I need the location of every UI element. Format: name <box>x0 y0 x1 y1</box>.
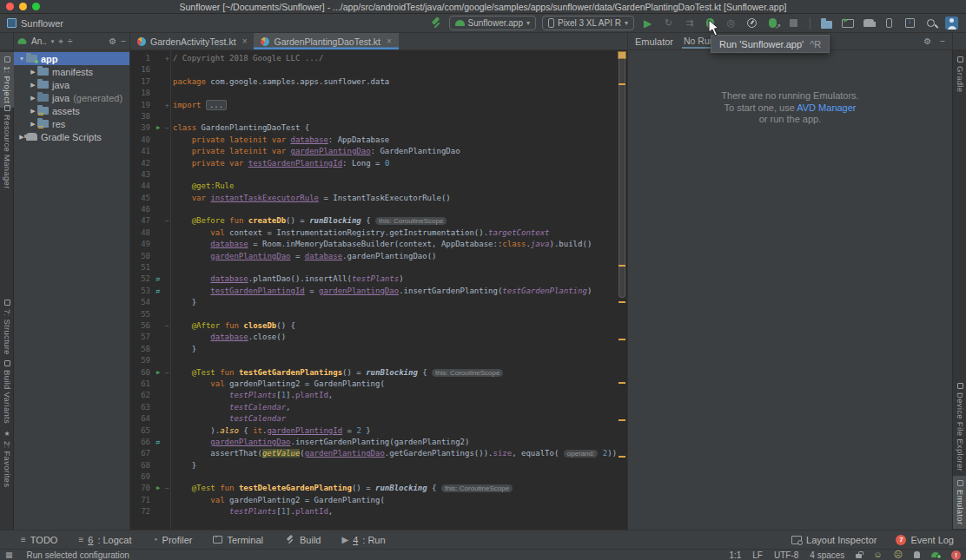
gear-icon[interactable]: ⚙ <box>923 36 931 46</box>
code-line[interactable]: 50 gardenPlantingDao = database.gardenPl… <box>130 251 627 262</box>
line-number[interactable]: 69 <box>130 471 153 483</box>
code-line[interactable]: 45 var instantTaskExecutorRule = Instant… <box>130 193 627 204</box>
code-line[interactable]: 60▶− @Test fun testGetGardenPlantings() … <box>130 367 627 379</box>
editor-tab[interactable]: GardenPlantingDaoTest.kt× <box>254 33 398 49</box>
disclosure-arrow-icon[interactable]: ▶ <box>29 82 37 89</box>
build-hammer-button[interactable] <box>428 16 443 30</box>
code-line[interactable]: 56− @After fun closeDb() { <box>130 320 627 332</box>
code-line[interactable]: 59 <box>130 355 627 366</box>
profile-button[interactable] <box>744 16 759 30</box>
code-line[interactable]: 47− @Before fun createDb() = runBlocking… <box>130 215 627 227</box>
code-line[interactable]: 64 testCalendar <box>130 413 627 425</box>
line-number[interactable]: 38 <box>130 111 153 122</box>
code-line[interactable]: 19+import ... <box>130 100 627 111</box>
line-number[interactable]: 52 <box>130 273 153 285</box>
line-number[interactable]: 39 <box>130 122 153 134</box>
attach-debugger-button[interactable] <box>765 16 780 30</box>
error-notification-icon[interactable] <box>951 550 961 560</box>
suspend-call-gutter-icon[interactable]: ⇄ <box>153 273 163 285</box>
line-number[interactable]: 65 <box>130 425 153 437</box>
stripe-button-1-project[interactable]: 1: Project <box>0 52 14 108</box>
encoding-indicator[interactable]: UTF-8 <box>774 550 798 560</box>
code-line[interactable]: 1+/ Copyright 2018 Google LLC .../ <box>130 53 627 64</box>
tree-item-assets[interactable]: ▶assets <box>14 104 129 117</box>
line-number[interactable]: 59 <box>130 355 153 366</box>
code-line[interactable]: 43 <box>130 169 627 181</box>
line-number[interactable]: 56 <box>130 320 153 332</box>
disclosure-arrow-icon[interactable]: ▶ <box>29 95 37 102</box>
avd-manager-link[interactable]: AVD Manager <box>797 102 856 113</box>
code-line[interactable]: 62 testPlants[1].plantId, <box>130 390 627 401</box>
line-number[interactable]: 58 <box>130 344 153 355</box>
code-line[interactable]: 39▶−class GardenPlantingDaoTest { <box>130 122 627 134</box>
project-view-selector[interactable]: An.. <box>31 36 47 46</box>
code-line[interactable]: 18 <box>130 88 627 99</box>
stripe-button-gradle[interactable]: Gradle <box>953 52 966 96</box>
apply-changes-button[interactable]: ↻ <box>661 16 676 30</box>
stop-button[interactable] <box>786 16 801 30</box>
disclosure-arrow-icon[interactable]: ▶ <box>29 121 37 128</box>
code-line[interactable]: 67 assertThat(getValue(gardenPlantingDao… <box>130 448 627 459</box>
line-number[interactable]: 18 <box>130 88 153 99</box>
line-number[interactable]: 50 <box>130 251 153 262</box>
stripe-button-resource-manager[interactable]: Resource Manager <box>0 101 14 194</box>
code-line[interactable]: 52⇄ database.plantDao().insertAll(testPl… <box>130 273 627 285</box>
code-line[interactable]: 41 private lateinit var gardenPlantingDa… <box>130 146 627 157</box>
running-devices-button[interactable] <box>840 16 855 30</box>
tree-item-res[interactable]: ▶res <box>14 117 129 130</box>
code-line[interactable]: 48 val context = InstrumentationRegistry… <box>130 227 627 239</box>
frown-icon[interactable]: ☹ <box>894 550 903 559</box>
close-icon[interactable]: × <box>387 36 392 46</box>
line-number[interactable]: 68 <box>130 460 153 471</box>
stripe-button-emulator[interactable]: Emulator <box>953 476 966 529</box>
line-number[interactable]: 42 <box>130 158 153 169</box>
suspend-call-gutter-icon[interactable]: ⇄ <box>153 286 163 297</box>
line-number[interactable]: 63 <box>130 402 153 413</box>
line-number[interactable]: 43 <box>130 169 153 181</box>
device-dropdown[interactable]: Pixel 3 XL API R ▾ <box>542 16 634 30</box>
line-number[interactable]: 45 <box>130 193 153 204</box>
disclosure-arrow-icon[interactable]: ▶ <box>29 108 37 115</box>
line-number[interactable]: 51 <box>130 262 153 273</box>
code-line[interactable]: 38 <box>130 111 627 122</box>
code-line[interactable]: 42 private var testGardenPlantingId: Lon… <box>130 158 627 169</box>
event-log-button[interactable]: 7 Event Log <box>896 535 954 545</box>
line-number[interactable]: 48 <box>130 227 153 239</box>
code-line[interactable]: 71 val gardenPlanting2 = GardenPlanting( <box>130 495 627 506</box>
code-line[interactable]: 44 @get:Rule <box>130 181 627 192</box>
run-coverage-button[interactable]: ◎ <box>724 16 738 30</box>
code-line[interactable]: 69 <box>130 471 627 483</box>
run-config-dropdown[interactable]: Sunflower.app ▾ <box>449 16 536 30</box>
code-line[interactable]: 53⇄ testGardenPlantingId = gardenPlantin… <box>130 286 627 297</box>
apply-code-changes-button[interactable]: ⇉ <box>682 16 697 30</box>
disclosure-arrow-icon[interactable]: ▶ <box>29 69 37 76</box>
hide-panel-icon[interactable]: − <box>940 36 945 46</box>
code-editor[interactable]: 1+/ Copyright 2018 Google LLC .../1617pa… <box>130 50 627 530</box>
sync-project-button[interactable] <box>819 16 834 30</box>
code-line[interactable]: 58 } <box>130 344 627 355</box>
code-line[interactable]: 51 <box>130 262 627 273</box>
layout-inspector-button[interactable]: Layout Inspector <box>791 535 877 545</box>
tree-item-java[interactable]: ▶java(generated) <box>14 91 129 104</box>
line-number[interactable]: 60 <box>130 367 153 379</box>
tool-window-button-profiler[interactable]: ◔Profiler <box>153 534 193 545</box>
line-ending-indicator[interactable]: LF <box>752 550 763 560</box>
locate-icon[interactable]: ⌖ <box>58 36 63 47</box>
tool-window-button-run[interactable]: ▶4: Run <box>341 534 385 545</box>
line-number[interactable]: 41 <box>130 146 153 157</box>
code-line[interactable]: 65 ).also { it.gardenPlantingId = 2 } <box>130 425 627 437</box>
code-line[interactable]: 17package com.google.samples.apps.sunflo… <box>130 76 627 88</box>
hide-panel-icon[interactable]: − <box>121 36 126 46</box>
line-number[interactable]: 64 <box>130 413 153 425</box>
stripe-button-2-favorites[interactable]: ★2: Favorites <box>0 425 14 492</box>
line-number[interactable]: 17 <box>130 76 153 88</box>
line-number[interactable]: 54 <box>130 297 153 308</box>
tree-item-java[interactable]: ▶java <box>14 78 129 91</box>
run-button[interactable]: ▶ <box>640 16 655 30</box>
code-line[interactable]: 63 testCalendar, <box>130 402 627 413</box>
line-number[interactable]: 62 <box>130 390 153 401</box>
editor-scrollbar[interactable] <box>617 50 627 530</box>
caret-position[interactable]: 1:1 <box>729 550 741 560</box>
tool-window-button-build[interactable]: Build <box>284 534 321 545</box>
code-line[interactable]: 70▶− @Test fun testDeleteGardenPlanting(… <box>130 483 627 494</box>
